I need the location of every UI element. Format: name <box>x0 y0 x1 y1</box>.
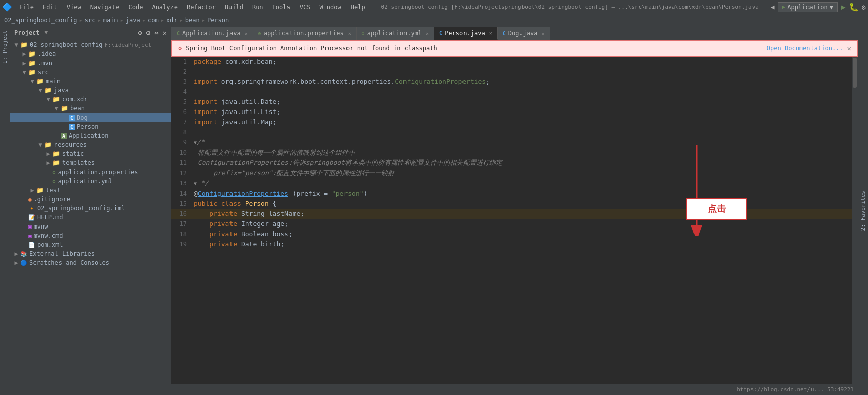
tree-item-scratches[interactable]: ▶ 🔵 Scratches and Consoles <box>10 258 171 267</box>
tree-item-resources[interactable]: ▼ 📁 resources <box>10 140 171 149</box>
line-content-17: private Integer age; <box>192 219 858 229</box>
code-editor[interactable]: 1 package com.xdr.bean; 2 3 import org.s… <box>171 57 858 384</box>
menu-view[interactable]: View <box>63 3 85 12</box>
breadcrumb-item-2[interactable]: main <box>103 17 118 24</box>
code-line-7: 7 import java.util.Map; <box>171 117 858 127</box>
tab-close-app-props[interactable]: ✕ <box>348 31 351 36</box>
menu-tools[interactable]: Tools <box>268 3 295 12</box>
line-num-18: 18 <box>171 229 192 239</box>
md-icon-help: 📝 <box>28 214 35 221</box>
tree-item-test[interactable]: ▶ 📁 test <box>10 186 171 195</box>
tree-item-static[interactable]: ▶ 📁 static <box>10 149 171 158</box>
tab-person-java[interactable]: C Person.java ✕ <box>434 27 498 40</box>
menu-file[interactable]: File <box>15 3 38 12</box>
menu-code[interactable]: Code <box>125 3 147 12</box>
back-button[interactable]: ◀ <box>771 3 775 11</box>
config-button[interactable]: ⚙ <box>862 3 866 11</box>
tree-label-app-yml: application.yml <box>58 178 112 185</box>
tab-application-yml[interactable]: ⚙ application.yml ✕ <box>357 27 434 40</box>
tab-dog-java[interactable]: C Dog.java ✕ <box>498 27 550 40</box>
tree-item-src[interactable]: ▼ 📁 src <box>10 68 171 77</box>
tree-label-main: main <box>46 78 61 85</box>
panel-locate-icon[interactable]: ⊕ <box>138 29 142 37</box>
tree-item-gitignore[interactable]: ◉ .gitignore <box>10 195 171 204</box>
tree-item-iml[interactable]: 🔸 02_springboot_config.iml <box>10 204 171 213</box>
tree-item-mvn[interactable]: ▶ 📁 .mvn <box>10 59 171 68</box>
tree-label-mvn: .mvn <box>38 60 52 67</box>
menu-build[interactable]: Build <box>221 3 247 12</box>
debug-button[interactable]: 🐛 <box>849 2 859 12</box>
tree-item-ext-libs[interactable]: ▶ 📚 External Libraries <box>10 249 171 258</box>
menu-vcs[interactable]: VCS <box>296 3 315 12</box>
tree-item-com-xdr[interactable]: ▼ 📁 com.xdr <box>10 95 171 104</box>
tree-item-java[interactable]: ▼ 📁 java <box>10 86 171 95</box>
folder-icon-main: 📁 <box>36 78 44 85</box>
line-content-19: private Date birth; <box>192 239 858 249</box>
menu-run[interactable]: Run <box>248 3 267 12</box>
tree-item-bean[interactable]: ▼ 📁 bean <box>10 104 171 113</box>
tree-item-mvnw-cmd[interactable]: ▣ mvnw.cmd <box>10 231 171 240</box>
tree-item-app-yml[interactable]: ⚙ application.yml <box>10 177 171 186</box>
project-tab[interactable]: 1: Project <box>0 26 10 68</box>
tab-icon-app-yml: ⚙ <box>362 31 365 36</box>
line-num-17: 17 <box>171 219 192 229</box>
tree-item-application[interactable]: A Application <box>10 131 171 140</box>
red-arrow-annotation <box>676 145 717 237</box>
line-num-7: 7 <box>171 117 192 127</box>
breadcrumb-item-7[interactable]: Person <box>207 17 229 24</box>
tree-item-root[interactable]: ▼ 📁 02_springboot_config F:\ideaProject <box>10 40 171 49</box>
tree-item-idea[interactable]: ▶ 📁 .idea <box>10 49 171 59</box>
menu-window[interactable]: Window <box>315 3 345 12</box>
annotation-box: 点击 <box>686 198 747 220</box>
panel-title: Project <box>14 29 40 36</box>
run-button[interactable]: ▶ <box>841 2 846 12</box>
tab-application-properties[interactable]: ⚙ application.properties ✕ <box>253 27 357 40</box>
breadcrumb-item-0[interactable]: 02_springboot_config <box>4 17 77 24</box>
line-num-12: 12 <box>171 168 192 178</box>
panel-dropdown-arrow[interactable]: ▼ <box>45 29 48 36</box>
panel-expand-icon[interactable]: ⇔ <box>154 29 158 37</box>
menu-analyze[interactable]: Analyze <box>148 3 182 12</box>
status-bar: https://blog.csdn.net/u... 53:49221 <box>171 384 858 395</box>
line-content-8 <box>192 127 858 137</box>
run-config-dropdown[interactable]: ▶ Application ▼ <box>778 2 838 12</box>
tree-item-mvnw[interactable]: ▣ mvnw <box>10 222 171 231</box>
menu-help[interactable]: Help <box>346 3 369 12</box>
tree-item-app-props[interactable]: ⚙ application.properties <box>10 167 171 177</box>
tab-close-person[interactable]: ✕ <box>489 30 492 36</box>
breadcrumb-item-4[interactable]: com <box>148 17 159 24</box>
run-config-arrow: ▼ <box>830 4 833 11</box>
tree-item-main[interactable]: ▼ 📁 main <box>10 77 171 86</box>
breadcrumb-item-1[interactable]: src <box>85 17 96 24</box>
tree-item-templates[interactable]: ▶ 📁 templates <box>10 158 171 167</box>
line-num-3: 3 <box>171 77 192 87</box>
tab-close-dog[interactable]: ✕ <box>541 31 544 36</box>
code-line-12: 12 prefix="person":配置文件中哪个下面的属性进行一一映射 <box>171 168 858 178</box>
tab-close-application[interactable]: ✕ <box>245 31 248 36</box>
panel-close-icon[interactable]: ✕ <box>163 29 167 37</box>
tree-label-templates: templates <box>62 159 95 166</box>
tree-label-bean: bean <box>70 105 85 112</box>
tab-application-java[interactable]: C Application.java ✕ <box>171 27 253 40</box>
notif-close-button[interactable]: ✕ <box>847 44 851 52</box>
tree-item-help[interactable]: 📝 HELP.md <box>10 213 171 222</box>
menu-refactor[interactable]: Refactor <box>183 3 220 12</box>
tree-item-person[interactable]: C Person <box>10 122 171 131</box>
notif-link[interactable]: Open Documentation... <box>767 45 843 52</box>
run-config-area: ◀ ▶ Application ▼ ▶ 🐛 ⚙ <box>771 2 866 12</box>
breadcrumb-item-3[interactable]: java <box>126 17 140 24</box>
tree-item-dog[interactable]: C Dog <box>10 113 171 122</box>
breadcrumb-item-6[interactable]: bean <box>185 17 200 24</box>
breadcrumb-item-5[interactable]: xdr <box>166 17 178 24</box>
tab-close-app-yml[interactable]: ✕ <box>426 31 429 36</box>
favorites-tab[interactable]: 2: Favorites <box>858 187 868 235</box>
tree-item-pom[interactable]: 📄 pom.xml <box>10 240 171 249</box>
tree-arrow-root: ▼ <box>12 41 20 48</box>
java-icon-application: A <box>61 133 67 139</box>
menu-navigate[interactable]: Navigate <box>86 3 124 12</box>
side-tab-strip-left: 1: Project <box>0 26 10 395</box>
scrollbar-right[interactable] <box>852 57 858 384</box>
panel-settings-icon[interactable]: ⚙ <box>146 29 150 37</box>
tree-arrow-resources: ▼ <box>36 141 44 148</box>
menu-edit[interactable]: Edit <box>39 3 62 12</box>
